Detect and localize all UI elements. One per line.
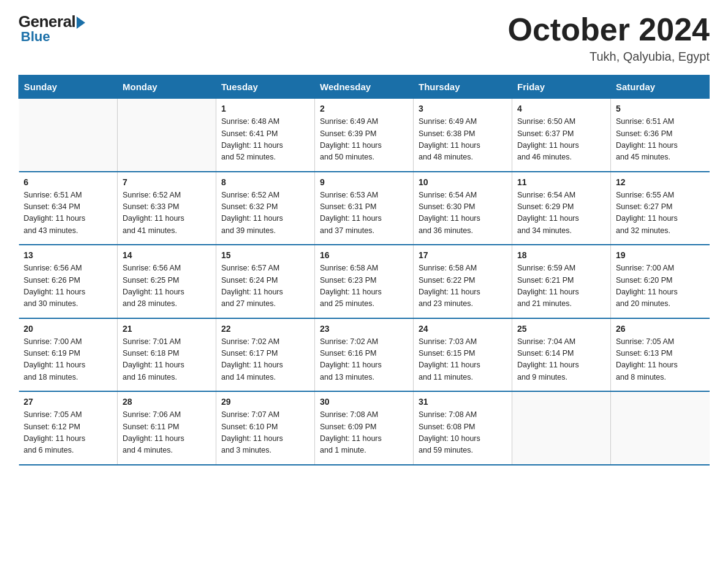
- day-number: 10: [419, 177, 507, 187]
- day-info: Sunrise: 6:56 AM Sunset: 6:26 PM Dayligh…: [24, 262, 113, 310]
- calendar-cell: 19Sunrise: 7:00 AM Sunset: 6:20 PM Dayli…: [611, 245, 710, 318]
- day-number: 18: [517, 250, 605, 260]
- day-number: 4: [517, 104, 605, 113]
- day-number: 14: [123, 250, 211, 260]
- calendar-cell: 6Sunrise: 6:51 AM Sunset: 6:34 PM Daylig…: [19, 172, 118, 245]
- day-number: 2: [320, 104, 408, 113]
- calendar-cell: 28Sunrise: 7:06 AM Sunset: 6:11 PM Dayli…: [118, 391, 216, 465]
- day-number: 28: [123, 397, 211, 407]
- calendar-table: SundayMondayTuesdayWednesdayThursdayFrid…: [18, 75, 710, 465]
- day-number: 15: [221, 250, 309, 260]
- logo-blue-text: Blue: [21, 29, 50, 45]
- day-info: Sunrise: 7:08 AM Sunset: 6:09 PM Dayligh…: [320, 409, 408, 457]
- day-number: 9: [320, 177, 408, 187]
- day-info: Sunrise: 6:56 AM Sunset: 6:25 PM Dayligh…: [123, 262, 211, 310]
- calendar-cell: 7Sunrise: 6:52 AM Sunset: 6:33 PM Daylig…: [118, 172, 216, 245]
- calendar-cell: 21Sunrise: 7:01 AM Sunset: 6:18 PM Dayli…: [118, 318, 216, 392]
- day-info: Sunrise: 6:54 AM Sunset: 6:30 PM Dayligh…: [419, 190, 507, 237]
- day-info: Sunrise: 7:02 AM Sunset: 6:17 PM Dayligh…: [221, 336, 309, 384]
- calendar-cell: 20Sunrise: 7:00 AM Sunset: 6:19 PM Dayli…: [19, 318, 118, 392]
- day-info: Sunrise: 7:04 AM Sunset: 6:14 PM Dayligh…: [517, 336, 605, 384]
- calendar-cell: 14Sunrise: 6:56 AM Sunset: 6:25 PM Dayli…: [118, 245, 216, 318]
- day-number: 3: [419, 104, 507, 113]
- calendar-cell: [611, 391, 710, 465]
- day-info: Sunrise: 7:03 AM Sunset: 6:15 PM Dayligh…: [419, 336, 507, 384]
- day-number: 16: [320, 250, 408, 260]
- day-number: 23: [320, 324, 408, 334]
- day-info: Sunrise: 6:51 AM Sunset: 6:36 PM Dayligh…: [616, 116, 705, 164]
- weekday-header-wednesday: Wednesday: [315, 75, 414, 99]
- day-info: Sunrise: 6:58 AM Sunset: 6:22 PM Dayligh…: [419, 262, 507, 310]
- day-info: Sunrise: 6:52 AM Sunset: 6:32 PM Dayligh…: [221, 190, 309, 237]
- day-info: Sunrise: 7:00 AM Sunset: 6:19 PM Dayligh…: [24, 336, 113, 384]
- calendar-cell: 25Sunrise: 7:04 AM Sunset: 6:14 PM Dayli…: [512, 318, 611, 392]
- calendar-cell: 15Sunrise: 6:57 AM Sunset: 6:24 PM Dayli…: [216, 245, 315, 318]
- day-number: 25: [517, 324, 605, 334]
- day-info: Sunrise: 7:05 AM Sunset: 6:13 PM Dayligh…: [616, 336, 705, 384]
- logo-arrow-icon: [77, 17, 85, 29]
- day-info: Sunrise: 7:05 AM Sunset: 6:12 PM Dayligh…: [24, 409, 113, 457]
- day-number: 8: [221, 177, 309, 187]
- day-number: 6: [24, 177, 113, 187]
- calendar-cell: [118, 99, 216, 172]
- day-number: 1: [221, 104, 309, 113]
- calendar-cell: 5Sunrise: 6:51 AM Sunset: 6:36 PM Daylig…: [611, 99, 710, 172]
- calendar-cell: 8Sunrise: 6:52 AM Sunset: 6:32 PM Daylig…: [216, 172, 315, 245]
- day-info: Sunrise: 7:06 AM Sunset: 6:11 PM Dayligh…: [123, 409, 211, 457]
- logo: General Blue: [18, 12, 85, 45]
- day-info: Sunrise: 6:59 AM Sunset: 6:21 PM Dayligh…: [517, 262, 605, 310]
- day-number: 21: [123, 324, 211, 334]
- day-number: 5: [616, 104, 705, 113]
- day-number: 24: [419, 324, 507, 334]
- day-info: Sunrise: 6:53 AM Sunset: 6:31 PM Dayligh…: [320, 190, 408, 237]
- day-number: 17: [419, 250, 507, 260]
- page-header: General Blue October 2024 Tukh, Qalyubia…: [18, 12, 710, 64]
- calendar-cell: [19, 99, 118, 172]
- title-block: October 2024 Tukh, Qalyubia, Egypt: [508, 12, 710, 64]
- week-row-2: 6Sunrise: 6:51 AM Sunset: 6:34 PM Daylig…: [19, 172, 710, 245]
- calendar-cell: [512, 391, 611, 465]
- day-number: 11: [517, 177, 605, 187]
- week-row-1: 1Sunrise: 6:48 AM Sunset: 6:41 PM Daylig…: [19, 99, 710, 172]
- day-info: Sunrise: 6:48 AM Sunset: 6:41 PM Dayligh…: [221, 116, 309, 164]
- day-info: Sunrise: 7:08 AM Sunset: 6:08 PM Dayligh…: [419, 409, 507, 457]
- day-info: Sunrise: 6:54 AM Sunset: 6:29 PM Dayligh…: [517, 190, 605, 237]
- calendar-cell: 9Sunrise: 6:53 AM Sunset: 6:31 PM Daylig…: [315, 172, 414, 245]
- weekday-header-monday: Monday: [118, 75, 216, 99]
- calendar-cell: 11Sunrise: 6:54 AM Sunset: 6:29 PM Dayli…: [512, 172, 611, 245]
- calendar-cell: 31Sunrise: 7:08 AM Sunset: 6:08 PM Dayli…: [414, 391, 512, 465]
- calendar-cell: 24Sunrise: 7:03 AM Sunset: 6:15 PM Dayli…: [414, 318, 512, 392]
- day-number: 20: [24, 324, 113, 334]
- calendar-cell: 4Sunrise: 6:50 AM Sunset: 6:37 PM Daylig…: [512, 99, 611, 172]
- day-info: Sunrise: 6:49 AM Sunset: 6:38 PM Dayligh…: [419, 116, 507, 164]
- day-number: 13: [24, 250, 113, 260]
- weekday-header-row: SundayMondayTuesdayWednesdayThursdayFrid…: [19, 75, 710, 99]
- weekday-header-friday: Friday: [512, 75, 611, 99]
- calendar-cell: 1Sunrise: 6:48 AM Sunset: 6:41 PM Daylig…: [216, 99, 315, 172]
- week-row-5: 27Sunrise: 7:05 AM Sunset: 6:12 PM Dayli…: [19, 391, 710, 465]
- week-row-4: 20Sunrise: 7:00 AM Sunset: 6:19 PM Dayli…: [19, 318, 710, 392]
- calendar-cell: 12Sunrise: 6:55 AM Sunset: 6:27 PM Dayli…: [611, 172, 710, 245]
- location-text: Tukh, Qalyubia, Egypt: [508, 50, 710, 64]
- day-info: Sunrise: 6:52 AM Sunset: 6:33 PM Dayligh…: [123, 190, 211, 237]
- day-info: Sunrise: 6:51 AM Sunset: 6:34 PM Dayligh…: [24, 190, 113, 237]
- day-number: 27: [24, 397, 113, 407]
- month-title: October 2024: [508, 12, 710, 47]
- day-number: 31: [419, 397, 507, 407]
- day-number: 12: [616, 177, 705, 187]
- day-info: Sunrise: 6:57 AM Sunset: 6:24 PM Dayligh…: [221, 262, 309, 310]
- calendar-cell: 13Sunrise: 6:56 AM Sunset: 6:26 PM Dayli…: [19, 245, 118, 318]
- day-info: Sunrise: 7:07 AM Sunset: 6:10 PM Dayligh…: [221, 409, 309, 457]
- day-info: Sunrise: 7:00 AM Sunset: 6:20 PM Dayligh…: [616, 262, 705, 310]
- day-number: 19: [616, 250, 705, 260]
- day-info: Sunrise: 6:55 AM Sunset: 6:27 PM Dayligh…: [616, 190, 705, 237]
- weekday-header-saturday: Saturday: [611, 75, 710, 99]
- calendar-cell: 3Sunrise: 6:49 AM Sunset: 6:38 PM Daylig…: [414, 99, 512, 172]
- calendar-cell: 2Sunrise: 6:49 AM Sunset: 6:39 PM Daylig…: [315, 99, 414, 172]
- weekday-header-thursday: Thursday: [414, 75, 512, 99]
- day-number: 29: [221, 397, 309, 407]
- day-info: Sunrise: 6:58 AM Sunset: 6:23 PM Dayligh…: [320, 262, 408, 310]
- calendar-cell: 29Sunrise: 7:07 AM Sunset: 6:10 PM Dayli…: [216, 391, 315, 465]
- calendar-cell: 22Sunrise: 7:02 AM Sunset: 6:17 PM Dayli…: [216, 318, 315, 392]
- weekday-header-sunday: Sunday: [19, 75, 118, 99]
